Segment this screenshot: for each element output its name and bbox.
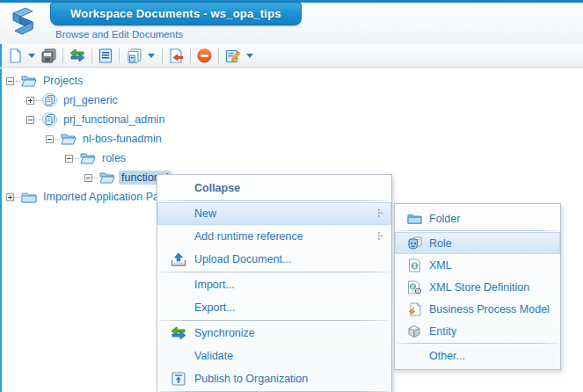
tab-workspace-documents[interactable]: Workspace Documents - ws_opa_tips	[50, 2, 302, 25]
menu-separator	[397, 343, 558, 344]
collapse-expander-icon[interactable]	[46, 135, 54, 143]
menu-item-new[interactable]: New	[157, 202, 391, 225]
toolbar-separator	[190, 47, 191, 63]
submenu-arrow-icon	[378, 230, 384, 243]
copy-dropdown-arrow[interactable]	[148, 54, 155, 58]
submenu-item-business-process-model[interactable]: Business Process Model	[395, 298, 560, 320]
properties-button[interactable]	[96, 46, 115, 65]
properties-icon	[98, 48, 113, 63]
collapse-expander-icon[interactable]	[65, 155, 73, 163]
new-document-icon	[8, 48, 23, 63]
toolbar-separator	[162, 47, 163, 63]
synchronize-button[interactable]	[67, 46, 88, 65]
context-menu: Collapse New Add runtime reference Uploa…	[157, 174, 392, 392]
tree-item-roles[interactable]: roles	[2, 149, 583, 168]
open-folder-icon	[21, 74, 37, 88]
copy-button[interactable]	[123, 46, 145, 65]
import-document-icon	[169, 48, 184, 63]
new-submenu: Folder Role XML XML Store Definition Bus…	[394, 203, 561, 370]
tree-connector	[14, 81, 20, 82]
tree-item-projects[interactable]: Projects	[2, 71, 583, 91]
project-icon	[41, 93, 57, 107]
open-folder-icon	[99, 171, 115, 185]
tree-item-prj-generic[interactable]: prj_generic	[2, 91, 583, 110]
submenu-item-xml[interactable]: XML	[395, 254, 560, 276]
closed-folder-icon	[21, 190, 37, 204]
toolbar-separator	[119, 47, 120, 63]
menu-separator	[397, 230, 558, 231]
workspace-documents-window: Workspace Documents - ws_opa_tips Browse…	[0, 0, 583, 392]
delete-button[interactable]	[194, 46, 215, 65]
copy-icon	[126, 48, 142, 63]
tree-connector	[92, 178, 98, 178]
tree-connector	[34, 100, 40, 101]
menu-item-publish-to-organization[interactable]: Publish to Organization	[157, 367, 391, 390]
edit-button[interactable]	[222, 46, 244, 65]
tree-connector	[73, 158, 79, 159]
upload-icon	[170, 251, 187, 267]
open-folder-icon	[80, 151, 96, 165]
role-icon	[406, 236, 422, 251]
open-folder-icon	[61, 132, 77, 146]
app-logo-icon	[6, 4, 40, 38]
tree-item-label: roles	[99, 151, 128, 165]
new-document-button[interactable]	[5, 46, 26, 65]
save-button[interactable]	[39, 46, 59, 65]
menu-item-synchronize[interactable]: Synchronize	[157, 322, 391, 345]
business-process-model-icon	[406, 301, 422, 317]
publish-icon	[170, 371, 187, 387]
tree-connector	[34, 120, 40, 120]
menu-separator	[159, 272, 390, 272]
menu-item-upload-document[interactable]: Upload Document...	[157, 248, 391, 271]
menu-item-add-runtime-reference[interactable]: Add runtime reference	[157, 225, 391, 248]
window-header: Workspace Documents - ws_opa_tips Browse…	[0, 0, 583, 44]
menu-item-collapse[interactable]: Collapse	[157, 177, 391, 200]
toolbar-separator	[91, 47, 92, 63]
tree-item-label: prj_functional_admin	[61, 113, 167, 127]
new-document-dropdown-arrow[interactable]	[28, 54, 35, 58]
expand-expander-icon[interactable]	[6, 193, 14, 201]
tree-connector	[14, 197, 20, 198]
page-title: Workspace Documents - ws_opa_tips	[70, 7, 281, 20]
header-subtitle: Browse and Edit Documents	[55, 29, 183, 40]
tree-item-prj-functional-admin[interactable]: prj_functional_admin	[2, 110, 583, 129]
submenu-item-xml-store-definition[interactable]: XML Store Definition	[395, 276, 560, 298]
project-icon	[41, 113, 57, 127]
toolbar	[0, 44, 583, 68]
edit-dropdown-arrow[interactable]	[246, 54, 253, 58]
save-icon	[41, 48, 56, 63]
tree-item-label: prj_generic	[61, 93, 120, 107]
menu-item-import[interactable]: Import...	[157, 273, 391, 296]
submenu-arrow-icon	[378, 207, 384, 220]
menu-item-export[interactable]: Export...	[157, 296, 391, 319]
xml-store-definition-icon	[406, 279, 422, 295]
synchronize-icon	[170, 325, 187, 341]
submenu-item-role[interactable]: Role	[395, 232, 560, 254]
entity-icon	[406, 323, 422, 339]
synchronize-icon	[69, 48, 85, 62]
import-document-button[interactable]	[166, 46, 186, 65]
submenu-item-entity[interactable]: Entity	[395, 320, 560, 342]
expand-expander-icon[interactable]	[26, 97, 34, 105]
tree-item-label: Projects	[40, 74, 85, 88]
delete-icon	[197, 48, 212, 63]
collapse-expander-icon[interactable]	[84, 174, 92, 182]
tree-connector	[54, 139, 60, 140]
edit-icon	[225, 48, 241, 63]
collapse-expander-icon[interactable]	[26, 116, 34, 124]
folder-icon	[406, 211, 422, 227]
collapse-expander-icon[interactable]	[6, 77, 14, 85]
tree-item-label: nl-bos-funadmin	[80, 132, 164, 146]
xml-icon	[406, 258, 422, 273]
tree-item-nl-bos-funadmin[interactable]: nl-bos-funadmin	[2, 129, 583, 149]
submenu-item-other[interactable]: Other...	[395, 345, 560, 367]
menu-item-validate[interactable]: Validate	[157, 345, 391, 367]
menu-separator	[159, 200, 390, 201]
submenu-item-folder[interactable]: Folder	[395, 207, 560, 229]
toolbar-separator	[62, 47, 63, 63]
menu-separator	[159, 320, 390, 321]
toolbar-separator	[218, 47, 219, 63]
